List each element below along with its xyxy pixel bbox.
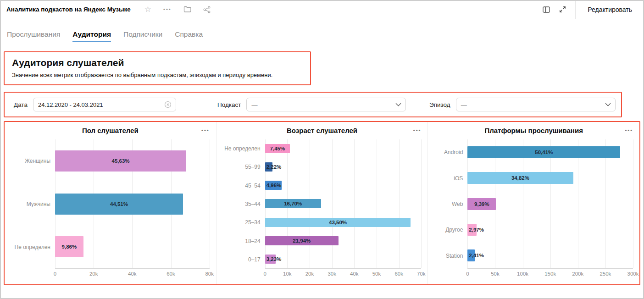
bar-row: 9,86% <box>55 225 210 268</box>
bar[interactable]: 50,41% <box>467 146 620 158</box>
tab-listens[interactable]: Прослушивания <box>7 30 60 42</box>
category-label: 0–17 <box>223 250 265 269</box>
x-tick-label: 250k <box>600 271 611 277</box>
bar[interactable]: 34,82% <box>467 172 573 184</box>
bar[interactable]: 16,70% <box>265 199 321 208</box>
category-label: 45–54 <box>223 177 265 195</box>
x-tick-label: 200k <box>572 271 583 277</box>
bar[interactable]: 44,51% <box>55 194 183 215</box>
bar[interactable]: 9,86% <box>55 236 83 257</box>
bar-row: 45,63% <box>55 139 210 183</box>
bar[interactable]: 45,63% <box>55 150 186 172</box>
x-tick-label: 150k <box>544 271 556 277</box>
share-icon[interactable] <box>203 6 211 13</box>
bars: 50,41%34,82%9,39%2,97%2,41% <box>467 139 633 268</box>
tab-audience[interactable]: Аудитория <box>72 30 111 42</box>
clear-icon[interactable] <box>164 101 172 108</box>
bar-row: 9,39% <box>467 191 633 216</box>
chart-plot: Не определен55–9945–5435–4425–3418–240–1… <box>223 139 422 269</box>
bar[interactable]: 4,96% <box>265 181 282 190</box>
bar-value-label: 7,45% <box>270 146 285 151</box>
bar-row: 3,23% <box>265 250 422 268</box>
x-tick-label: 100k <box>517 271 528 277</box>
layout-panel-icon[interactable] <box>543 6 550 13</box>
podcast-select-value: — <box>251 101 257 108</box>
bar-value-label: 3,23% <box>266 256 282 262</box>
bar-row: 7,45% <box>265 139 422 158</box>
x-axis-labels: 010k20k30k40k50k60k70k <box>265 268 422 278</box>
bar-row: 43,50% <box>265 213 422 232</box>
x-tick-label: 0 <box>54 271 56 277</box>
x-axis-labels: 050k100k150k200k250k300k <box>467 268 633 278</box>
x-tick-label: 40k <box>128 271 137 277</box>
bar[interactable]: 2,22% <box>265 162 272 172</box>
chart-menu-icon[interactable]: ••• <box>201 127 210 133</box>
bar-value-label: 9,39% <box>474 201 489 207</box>
fullscreen-icon[interactable] <box>559 6 566 13</box>
tab-subscribers[interactable]: Подписчики <box>123 30 162 42</box>
bar[interactable]: 2,41% <box>467 249 475 261</box>
chart-title: Пол слушателей <box>82 127 139 134</box>
bar[interactable]: 2,97% <box>467 224 477 236</box>
x-tick-label: 0 <box>466 271 469 277</box>
bar-row: 34,82% <box>467 165 633 191</box>
chart-title: Возраст слушателей <box>287 127 357 134</box>
podcast-filter: Подкаст — <box>214 98 426 111</box>
podcast-select[interactable]: — <box>246 98 406 111</box>
date-range-input[interactable]: 24.12.2020 - 24.03.2021 <box>33 98 176 111</box>
x-tick-label: 80k <box>205 271 214 277</box>
bar-value-label: 16,70% <box>284 201 302 206</box>
bar[interactable]: 3,23% <box>265 255 276 264</box>
category-label: Web <box>434 191 467 217</box>
category-label: Android <box>434 139 467 165</box>
chart-gender: Пол слушателей ••• ЖенщиныМужчиныНе опре… <box>5 122 216 284</box>
y-axis-labels: ЖенщиныМужчиныНе определен <box>11 139 55 269</box>
x-tick-label: 50k <box>491 271 500 277</box>
bar-value-label: 9,86% <box>62 244 77 249</box>
podcast-filter-label: Подкаст <box>217 101 241 108</box>
bar[interactable]: 7,45% <box>265 144 290 153</box>
folder-icon[interactable] <box>183 6 191 13</box>
more-menu-icon[interactable]: ••• <box>163 7 172 12</box>
bar[interactable]: 43,50% <box>265 218 411 227</box>
episode-filter: Эпизод — <box>426 98 621 111</box>
bar[interactable]: 9,39% <box>467 198 496 210</box>
x-tick-label: 10k <box>283 271 292 277</box>
section-subtitle: Значение всех метрик отображается по выб… <box>12 72 303 78</box>
bar-row: 4,96% <box>265 176 422 194</box>
bar-value-label: 45,63% <box>112 158 130 164</box>
bar[interactable]: 21,94% <box>265 236 339 245</box>
bar-row: 16,70% <box>265 194 422 213</box>
x-tick-label: 0 <box>263 271 266 277</box>
bar-row: 2,97% <box>467 217 633 243</box>
bar-row: 44,51% <box>55 183 210 226</box>
bar-value-label: 34,82% <box>511 175 529 181</box>
section-header: Аудитория слушателей Значение всех метри… <box>4 51 311 85</box>
category-label: Не определен <box>223 139 265 158</box>
category-label: Не определен <box>11 226 55 269</box>
category-label: Station <box>434 243 467 269</box>
chart-platforms: Платформы прослушивания ••• AndroidiOSWe… <box>427 122 639 284</box>
bar-row: 2,41% <box>467 243 633 268</box>
episode-select[interactable]: — <box>456 98 616 111</box>
chart-plot: AndroidiOSWebДругоеStation 50,41%34,82%9… <box>434 139 633 269</box>
bar-value-label: 2,97% <box>469 227 484 233</box>
date-filter-label: Дата <box>14 101 28 108</box>
chart-menu-icon[interactable]: ••• <box>413 127 422 133</box>
chart-menu-icon[interactable]: ••• <box>625 127 633 133</box>
bar-value-label: 2,22% <box>266 164 282 170</box>
edit-button[interactable]: Редактировать <box>576 6 644 13</box>
category-label: Другое <box>434 217 467 243</box>
bar-value-label: 21,94% <box>293 238 311 244</box>
tab-help[interactable]: Справка <box>175 30 203 42</box>
chart-plot: ЖенщиныМужчиныНе определен 45,63%44,51%9… <box>11 139 210 269</box>
y-axis-labels: AndroidiOSWebДругоеStation <box>434 139 467 269</box>
tab-bar: Прослушивания Аудитория Подписчики Справ… <box>0 19 644 42</box>
page-title: Аналитика подкастов на Яндекс Музыке <box>6 6 131 13</box>
x-tick-label: 30k <box>328 271 336 277</box>
star-icon[interactable]: ☆ <box>144 6 151 13</box>
topbar-right-actions: Редактировать <box>543 0 644 19</box>
y-axis-labels: Не определен55–9945–5435–4425–3418–240–1… <box>223 139 265 269</box>
section-title: Аудитория слушателей <box>12 57 303 68</box>
episode-filter-label: Эпизод <box>429 101 450 108</box>
